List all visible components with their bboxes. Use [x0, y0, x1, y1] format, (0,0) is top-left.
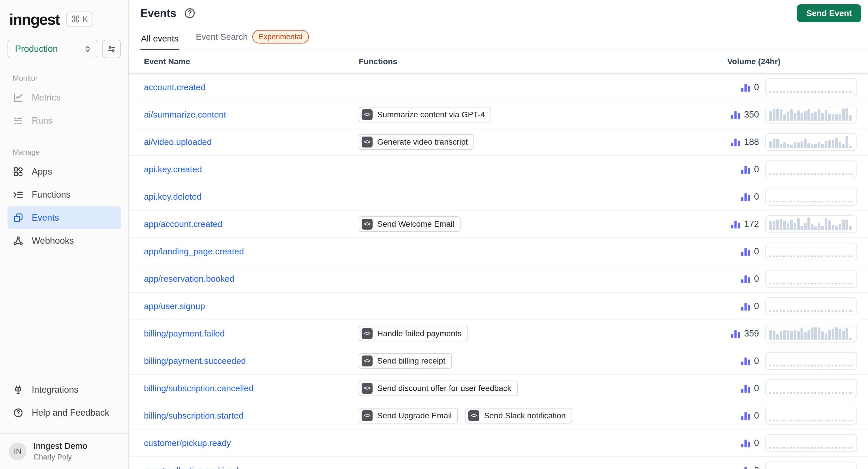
sidebar-item-label: Metrics [32, 93, 61, 103]
event-name-link[interactable]: app/reservation.booked [144, 274, 235, 283]
volume-sparkline [765, 462, 857, 469]
volume-cell: 0 [727, 379, 857, 397]
spark-bar [842, 144, 845, 148]
volume-sparkline [765, 297, 857, 315]
spark-zero-line [769, 91, 853, 93]
table-header: Event Name Functions Volume (24hr) [129, 50, 868, 74]
question-circle-icon[interactable] [183, 7, 196, 20]
function-pill[interactable]: <> Handle failed payments [359, 326, 468, 341]
spark-bar [849, 226, 851, 230]
spark-bar [832, 114, 834, 121]
sidebar-nav: Monitor Metrics Runs Manage Apps Functio… [0, 58, 128, 253]
event-name-link[interactable]: account.created [144, 82, 205, 92]
volume-cell: 0 [727, 352, 857, 370]
spark-bar [776, 220, 779, 230]
event-name-link[interactable]: app/landing_page.created [144, 246, 244, 256]
event-name-link[interactable]: billing/subscription.started [144, 411, 243, 420]
bar-chart-icon [731, 138, 741, 146]
volume-sparkline [765, 242, 857, 261]
spark-bar [801, 328, 803, 340]
spark-bar [832, 225, 834, 230]
sidebar-item-label: Webhooks [32, 236, 74, 246]
sidebar-item-label: Runs [32, 115, 53, 126]
event-name-link[interactable]: ai/video.uploaded [144, 137, 212, 147]
volume-sparkline [765, 161, 857, 178]
table-row: api.key.created 0 [129, 156, 868, 183]
event-name-link[interactable]: customer/pickup.ready [144, 438, 231, 448]
event-name-link[interactable]: billing/payment.failed [144, 329, 225, 338]
spark-bar [842, 331, 845, 340]
spark-bar [801, 141, 803, 148]
spark-bar [780, 144, 782, 148]
function-pill[interactable]: <> Send Upgrade Email [359, 408, 458, 424]
sidebar-item-label: Events [32, 212, 59, 223]
sidebar-item-apps[interactable]: Apps [7, 160, 121, 183]
functions-cell: <> Send Welcome Email [359, 216, 727, 232]
volume-number: 188 [744, 137, 759, 147]
table-row: app/reservation.booked 0 [129, 265, 868, 293]
help-circle-icon [13, 407, 24, 418]
events-icon [13, 212, 24, 223]
spark-bar [825, 218, 827, 230]
event-name-link[interactable]: api.key.created [144, 165, 202, 174]
table-row: billing/payment.failed <> Handle failed … [129, 320, 868, 347]
spark-bar [769, 141, 772, 148]
spark-bar [842, 109, 845, 121]
function-pill[interactable]: <> Generate video transcript [359, 134, 474, 150]
event-name-link[interactable]: app/account.created [144, 219, 222, 229]
send-event-button[interactable]: Send Event [797, 4, 861, 22]
event-name-link[interactable]: ai/summarize.content [144, 110, 226, 119]
event-name-link[interactable]: billing/payment.succeeded [144, 356, 246, 366]
volume-count: 0 [728, 356, 759, 366]
spark-bar [769, 221, 772, 230]
sidebar-item-functions[interactable]: Functions [7, 183, 121, 206]
spark-bar [814, 111, 817, 121]
function-pill[interactable]: <> Send Slack notification [465, 408, 572, 424]
sidebar-item-runs[interactable]: Runs [7, 109, 121, 132]
event-name-link[interactable]: app/user.signup [144, 301, 205, 311]
volume-count: 0 [728, 274, 759, 284]
event-name-link[interactable]: api.key.deleted [144, 192, 202, 201]
sidebar-item-webhooks[interactable]: Webhooks [7, 229, 121, 253]
spark-bar [790, 220, 793, 230]
sidebar-item-help-and-feedback[interactable]: Help and Feedback [7, 401, 121, 424]
chevron-up-down-icon [83, 44, 93, 54]
plug-icon [13, 384, 24, 395]
volume-sparkline [765, 379, 857, 397]
function-pill[interactable]: <> Summarize content via GPT-4 [359, 107, 491, 123]
sliders-icon [107, 44, 117, 54]
code-icon: <> [362, 356, 373, 366]
volume-cell: 188 [727, 133, 857, 151]
bar-chart-icon [741, 247, 751, 256]
function-pill[interactable]: <> Send discount offer for user feedback [359, 380, 518, 396]
functions-cell: <> Generate video transcript [359, 134, 727, 150]
tab-event-search[interactable]: Event Search Experimental [195, 27, 309, 50]
spark-bar [835, 327, 838, 340]
avatar: IN [9, 442, 27, 460]
table-row: billing/subscription.started <> Send Upg… [129, 402, 868, 430]
user-menu[interactable]: IN Inngest Demo Charly Poly [0, 433, 128, 469]
sidebar-item-events[interactable]: Events [7, 206, 121, 229]
event-name-link[interactable]: event.collection.archived [144, 466, 239, 469]
spark-bar [783, 330, 786, 340]
sidebar-item-metrics[interactable]: Metrics [7, 86, 121, 109]
spark-bar [849, 115, 851, 121]
volume-sparkline [765, 270, 857, 288]
event-name-link[interactable]: billing/subscription.cancelled [144, 383, 253, 393]
function-pill[interactable]: <> Send billing receipt [359, 353, 452, 369]
spark-bar [783, 114, 786, 121]
function-pill-label: Send Slack notification [484, 411, 565, 420]
volume-count: 0 [728, 410, 759, 421]
environment-select[interactable]: Production [7, 40, 98, 58]
volume-number: 359 [744, 328, 759, 339]
environment-settings-button[interactable] [102, 40, 121, 58]
spark-bar [769, 111, 772, 121]
volume-count: 0 [728, 246, 759, 257]
tab-all-events[interactable]: All events [141, 30, 179, 50]
spark-bar [811, 224, 813, 230]
spark-bar [845, 328, 848, 340]
function-pill[interactable]: <> Send Welcome Email [359, 216, 461, 232]
sidebar-item-integrations[interactable]: Integrations [7, 378, 121, 401]
volume-count: 188 [728, 137, 759, 147]
command-k-shortcut[interactable]: ⌘ K [66, 11, 93, 27]
